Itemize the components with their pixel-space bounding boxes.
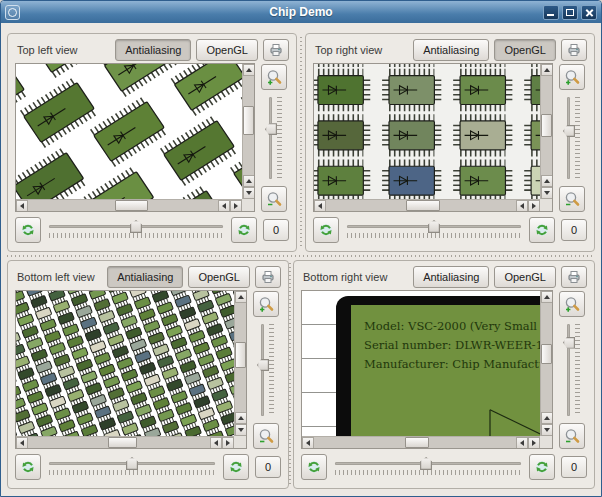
zoom-slider[interactable] [264, 94, 284, 182]
rotate-right-button[interactable] [223, 454, 249, 480]
scroll-left-button[interactable] [302, 437, 314, 449]
rotate-slider[interactable] [47, 219, 225, 241]
vertical-scrollbar[interactable] [242, 64, 254, 199]
splitter-handle-vertical-top[interactable] [300, 37, 302, 249]
scrollbar-thumb[interactable] [115, 200, 147, 211]
scroll-left-button[interactable] [314, 200, 326, 212]
zoom-in-button[interactable] [253, 291, 279, 317]
scroll-left-button2[interactable] [516, 200, 528, 212]
opengl-button[interactable]: OpenGL [494, 266, 556, 288]
zoom-out-button[interactable] [253, 423, 279, 449]
zoom-out-button[interactable] [559, 186, 585, 212]
vertical-scrollbar[interactable] [540, 64, 552, 199]
rotation-value: 0 [263, 219, 289, 241]
slider-handle[interactable] [428, 220, 440, 233]
opengl-button[interactable]: OpenGL [494, 39, 556, 61]
scroll-up-button2[interactable] [541, 175, 553, 187]
scroll-right-button[interactable] [222, 437, 234, 449]
zoom-out-button[interactable] [559, 423, 585, 449]
scrollbar-corner [540, 436, 552, 448]
opengl-button[interactable]: OpenGL [196, 39, 258, 61]
scroll-up-button[interactable] [243, 64, 255, 76]
rotate-slider[interactable] [345, 219, 523, 241]
opengl-button[interactable]: OpenGL [188, 266, 250, 288]
close-button[interactable] [581, 5, 597, 20]
titlebar[interactable]: Chip Demo [1, 1, 601, 24]
zoom-slider[interactable] [562, 94, 582, 182]
graphics-view[interactable] [313, 63, 553, 212]
antialiasing-button[interactable]: Antialiasing [115, 39, 191, 61]
rotate-left-button[interactable] [301, 454, 327, 480]
antialiasing-button[interactable]: Antialiasing [107, 266, 183, 288]
scroll-left-button2[interactable] [210, 437, 222, 449]
scroll-up-button[interactable] [235, 291, 247, 303]
scrollbar-thumb[interactable] [108, 437, 137, 448]
scroll-down-button[interactable] [243, 187, 255, 199]
rotate-left-button[interactable] [313, 217, 339, 243]
scroll-down-button[interactable] [235, 424, 247, 436]
scrollbar-thumb[interactable] [406, 200, 440, 211]
splitter-handle-vertical-bottom[interactable] [289, 263, 291, 485]
zoom-slider[interactable] [256, 321, 276, 419]
maximize-button[interactable] [562, 5, 578, 20]
scroll-down-button[interactable] [541, 187, 553, 199]
scrollbar-thumb[interactable] [405, 437, 429, 448]
zoom-in-button[interactable] [261, 64, 287, 90]
rotate-right-button[interactable] [231, 217, 257, 243]
scrollbar-thumb[interactable] [243, 106, 254, 136]
scroll-right-button[interactable] [528, 437, 540, 449]
slider-handle[interactable] [265, 123, 277, 135]
slider-handle[interactable] [257, 359, 269, 371]
graphics-view[interactable] [15, 63, 255, 212]
view-panel-bottom-left: Bottom left view Antialiasing OpenGL [7, 260, 289, 489]
scroll-up-button2[interactable] [541, 412, 553, 424]
minimize-button[interactable] [543, 5, 559, 20]
scroll-right-button[interactable] [528, 200, 540, 212]
scrollbar-thumb[interactable] [541, 344, 552, 364]
slider-handle[interactable] [126, 457, 138, 470]
antialiasing-button[interactable]: Antialiasing [413, 39, 489, 61]
splitter-handle-horizontal[interactable] [7, 255, 595, 257]
vertical-scrollbar[interactable] [540, 291, 552, 436]
graphics-view[interactable] [15, 290, 247, 449]
scroll-up-button2[interactable] [243, 175, 255, 187]
horizontal-scrollbar[interactable] [16, 199, 242, 211]
rotate-left-button[interactable] [15, 217, 41, 243]
print-button[interactable] [255, 266, 281, 288]
horizontal-scrollbar[interactable] [302, 436, 540, 448]
zoom-slider[interactable] [562, 321, 582, 419]
scroll-right-button[interactable] [230, 200, 242, 212]
scroll-up-button[interactable] [541, 291, 553, 303]
scroll-down-button[interactable] [541, 424, 553, 436]
print-button[interactable] [263, 39, 289, 61]
scroll-left-button[interactable] [16, 200, 28, 212]
zoom-in-button[interactable] [559, 291, 585, 317]
slider-handle[interactable] [130, 220, 142, 233]
zoom-in-button[interactable] [559, 64, 585, 90]
view-label: Bottom left view [17, 271, 95, 283]
scrollbar-thumb[interactable] [541, 114, 552, 138]
rotate-left-icon [306, 459, 322, 475]
horizontal-scrollbar[interactable] [314, 199, 540, 211]
slider-handle[interactable] [563, 125, 575, 137]
vertical-scrollbar[interactable] [234, 291, 246, 436]
print-button[interactable] [561, 39, 587, 61]
rotate-right-button[interactable] [529, 454, 555, 480]
rotate-left-button[interactable] [15, 454, 41, 480]
zoom-out-button[interactable] [261, 186, 287, 212]
horizontal-scrollbar[interactable] [16, 436, 234, 448]
rotate-slider[interactable] [47, 456, 217, 478]
slider-handle[interactable] [563, 337, 575, 349]
antialiasing-button[interactable]: Antialiasing [413, 266, 489, 288]
rotate-slider[interactable] [333, 456, 523, 478]
rotate-right-button[interactable] [529, 217, 555, 243]
scrollbar-thumb[interactable] [235, 342, 246, 368]
graphics-view[interactable]: Model: VSC-2000 (Very Small Chip) at 9 S… [301, 290, 553, 449]
slider-handle[interactable] [420, 457, 432, 470]
scroll-left-button[interactable] [16, 437, 28, 449]
print-button[interactable] [561, 266, 587, 288]
scroll-left-button2[interactable] [516, 437, 528, 449]
scroll-up-button2[interactable] [235, 412, 247, 424]
scroll-left-button2[interactable] [218, 200, 230, 212]
scroll-up-button[interactable] [541, 64, 553, 76]
